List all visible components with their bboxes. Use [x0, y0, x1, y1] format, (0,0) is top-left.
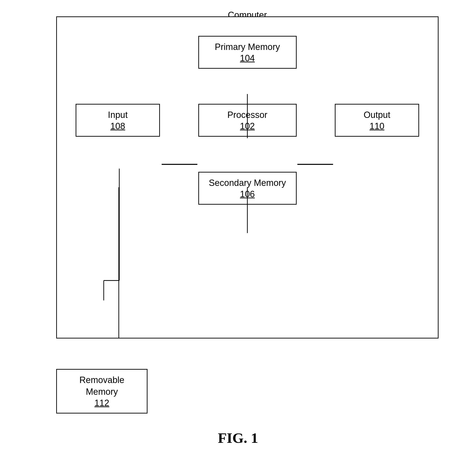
secondary-memory-ref: 106 [206, 189, 289, 199]
removable-memory-box: Removable Memory 112 [56, 369, 147, 413]
computer-box: Primary Memory 104 Processor 102 Seconda… [56, 16, 439, 338]
diagram-container: Computer 100 Primary Memory 104 Processo… [14, 9, 462, 432]
output-box: Output 110 [335, 104, 419, 137]
removable-memory-ref: 112 [64, 398, 140, 408]
primary-memory-ref: 104 [206, 53, 289, 63]
processor-label: Processor [227, 110, 267, 120]
output-ref: 110 [342, 121, 411, 131]
removable-memory-label: Removable Memory [79, 375, 124, 396]
input-label: Input [108, 110, 128, 120]
figure-label: FIG. 1 [218, 430, 258, 446]
processor-ref: 102 [206, 121, 289, 131]
input-ref: 108 [83, 121, 152, 131]
secondary-memory-label: Secondary Memory [209, 178, 286, 188]
primary-memory-label: Primary Memory [215, 42, 280, 52]
processor-box: Processor 102 [198, 104, 297, 137]
input-box: Input 108 [76, 104, 160, 137]
output-label: Output [364, 110, 390, 120]
secondary-memory-box: Secondary Memory 106 [198, 172, 297, 205]
fig-text: FIG. 1 [218, 430, 258, 446]
primary-memory-box: Primary Memory 104 [198, 36, 297, 69]
